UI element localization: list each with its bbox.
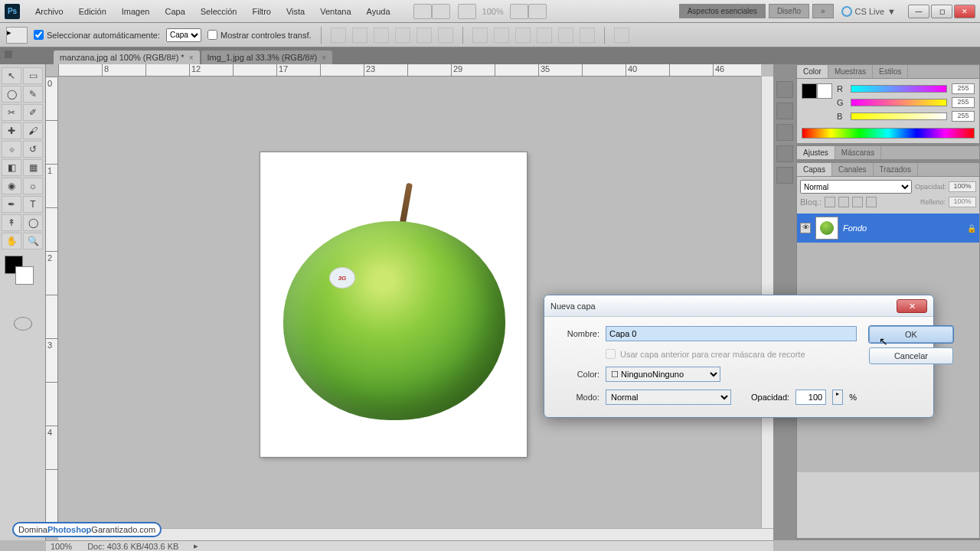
menu-ayuda[interactable]: Ayuda: [359, 4, 398, 19]
path-tool-icon[interactable]: ↟: [2, 214, 21, 231]
mode-select[interactable]: Normal: [606, 390, 731, 405]
tab-ajustes[interactable]: Ajustes: [797, 146, 835, 159]
align-bottom-icon[interactable]: [374, 28, 389, 43]
tab-color[interactable]: Color: [797, 65, 828, 78]
opacity-input[interactable]: [795, 390, 826, 405]
blend-mode-select[interactable]: Normal: [800, 180, 912, 194]
panel-icon[interactable]: [776, 124, 793, 141]
eyedropper-tool-icon[interactable]: ✐: [23, 104, 43, 121]
visibility-icon[interactable]: 👁: [800, 223, 811, 233]
panel-icon[interactable]: [776, 167, 793, 184]
zoom-level[interactable]: 100%: [476, 7, 510, 16]
menu-vista[interactable]: Vista: [279, 4, 312, 19]
marquee-tool-icon[interactable]: ▭: [23, 67, 43, 84]
workspace-design[interactable]: Diseño: [769, 4, 809, 18]
workspace-essentials[interactable]: Aspectos esenciales: [679, 4, 766, 18]
menu-filtro[interactable]: Filtro: [244, 4, 278, 19]
align-hcenter-icon[interactable]: [416, 28, 432, 43]
document-canvas[interactable]: 3G: [260, 152, 527, 457]
view-extras-icon[interactable]: [458, 4, 476, 19]
quickmask-icon[interactable]: [14, 317, 32, 331]
panel-icon[interactable]: [776, 81, 793, 98]
distribute-bottom-icon[interactable]: [515, 28, 531, 43]
quickselect-tool-icon[interactable]: ✎: [23, 86, 43, 103]
tab-mascaras[interactable]: Máscaras: [835, 146, 881, 159]
distribute-hcenter-icon[interactable]: [558, 28, 573, 43]
dodge-tool-icon[interactable]: ☼: [23, 178, 43, 194]
tab-capas[interactable]: Capas: [797, 163, 832, 176]
layer-name[interactable]: Fondo: [843, 223, 962, 233]
tab-muestras[interactable]: Muestras: [828, 65, 873, 78]
cancel-button[interactable]: Cancelar: [869, 347, 953, 364]
layer-row-fondo[interactable]: 👁 Fondo 🔒: [797, 214, 979, 243]
blur-tool-icon[interactable]: ◉: [2, 178, 21, 194]
color-swatches[interactable]: [2, 256, 44, 286]
status-zoom[interactable]: 100%: [51, 542, 72, 551]
healing-tool-icon[interactable]: ✚: [2, 122, 21, 139]
menu-ventana[interactable]: Ventana: [312, 4, 358, 19]
align-vcenter-icon[interactable]: [352, 28, 368, 43]
spectrum-bar[interactable]: [802, 128, 975, 139]
doctab-close-icon[interactable]: ×: [322, 54, 326, 62]
lock-pixels-icon[interactable]: [825, 197, 835, 207]
scrollbar-horizontal[interactable]: [58, 528, 773, 540]
menu-archivo[interactable]: Archivo: [28, 4, 71, 19]
distribute-top-icon[interactable]: [472, 28, 488, 43]
tab-canales[interactable]: Canales: [832, 163, 874, 176]
dialog-close-icon[interactable]: ✕: [897, 299, 927, 313]
background-swatch[interactable]: [15, 266, 34, 285]
menu-capa[interactable]: Capa: [157, 4, 192, 19]
lock-icon[interactable]: [866, 197, 877, 207]
layer-thumbnail[interactable]: [815, 217, 838, 240]
window-minimize-icon[interactable]: —: [908, 5, 929, 18]
menu-seleccion[interactable]: Selección: [193, 4, 245, 19]
menu-imagen[interactable]: Imagen: [114, 4, 158, 19]
gradient-tool-icon[interactable]: ▦: [23, 159, 43, 176]
slider-b[interactable]: [851, 112, 947, 120]
auto-align-icon[interactable]: [614, 28, 629, 43]
value-r[interactable]: 255: [952, 83, 975, 94]
slider-r[interactable]: [851, 85, 947, 93]
align-right-icon[interactable]: [438, 28, 453, 43]
opacity-value[interactable]: 100%: [949, 181, 976, 192]
auto-select-target[interactable]: Capa: [166, 28, 201, 42]
doctab-manzana[interactable]: manzana.jpg al 100% (RGB/8#) * ×: [54, 51, 200, 64]
fill-value[interactable]: 100%: [949, 197, 976, 207]
move-tool-icon[interactable]: ↖: [2, 67, 21, 84]
menu-edicion[interactable]: Edición: [71, 4, 114, 19]
window-maximize-icon[interactable]: ◻: [931, 5, 952, 18]
zoom-tool-icon[interactable]: 🔍: [23, 233, 43, 249]
distribute-right-icon[interactable]: [580, 28, 595, 43]
hand-tool-icon[interactable]: ✋: [2, 233, 21, 249]
value-b[interactable]: 255: [952, 111, 975, 122]
color-select[interactable]: ☐ NingunoNinguno: [606, 367, 720, 382]
lock-position-icon[interactable]: [838, 197, 849, 207]
arrange-icon[interactable]: [510, 4, 528, 19]
slider-g[interactable]: [851, 99, 947, 106]
crop-tool-icon[interactable]: ✂: [2, 104, 21, 121]
bridge-icon[interactable]: [413, 4, 432, 19]
auto-select-checkbox[interactable]: Seleccionar automáticamente:: [34, 30, 160, 40]
minibridge-icon[interactable]: [432, 4, 450, 19]
distribute-vcenter-icon[interactable]: [494, 28, 509, 43]
tab-estilos[interactable]: Estilos: [873, 65, 908, 78]
align-left-icon[interactable]: [395, 28, 410, 43]
doctab-close-icon[interactable]: ×: [189, 54, 194, 62]
panel-icon[interactable]: [776, 103, 793, 119]
lock-all-icon[interactable]: [852, 197, 863, 207]
opacity-spinner-icon[interactable]: ▸: [832, 390, 843, 405]
distribute-left-icon[interactable]: [537, 28, 552, 43]
dialog-titlebar[interactable]: Nueva capa ✕: [544, 295, 933, 317]
lasso-tool-icon[interactable]: ◯: [2, 86, 21, 103]
type-tool-icon[interactable]: T: [23, 196, 43, 213]
layer-name-input[interactable]: [606, 326, 857, 341]
brush-tool-icon[interactable]: 🖌: [23, 122, 43, 139]
screen-mode-icon[interactable]: [528, 4, 547, 19]
workspace-more-icon[interactable]: »: [812, 4, 834, 18]
history-brush-tool-icon[interactable]: ↺: [23, 141, 43, 158]
stamp-tool-icon[interactable]: ⟐: [2, 141, 21, 158]
align-top-icon[interactable]: [331, 28, 346, 43]
window-close-icon[interactable]: ✕: [954, 5, 975, 18]
shape-tool-icon[interactable]: ◯: [23, 214, 43, 231]
doctab-img1[interactable]: Img_1.jpg al 33.3% (RGB/8#) ×: [201, 51, 333, 64]
